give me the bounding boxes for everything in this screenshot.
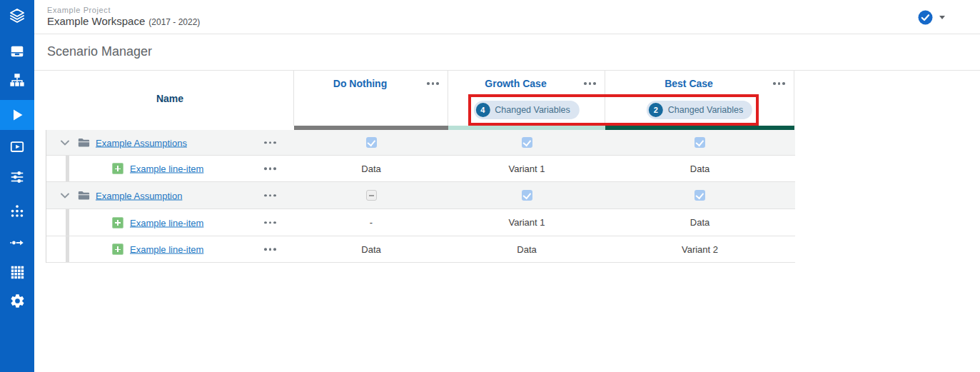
row-menu-button[interactable] [264, 221, 276, 224]
workspace-title: Example Workspace [47, 15, 145, 27]
table-row: Example line-item Data Data Variant 2 [46, 236, 795, 263]
table-row: Example line-item Data Variant 1 Data [46, 156, 795, 182]
table-row: Example Assumption [46, 182, 795, 209]
cell-value: Variant 1 [448, 156, 605, 181]
sidebar-item-transition[interactable] [0, 228, 34, 257]
node-tree-icon [9, 203, 25, 219]
grid-icon [10, 265, 25, 280]
page-title: Scenario Manager [47, 44, 152, 59]
row-label-link[interactable]: Example line-item [130, 164, 203, 174]
scenario-checkbox[interactable] [522, 137, 532, 148]
changed-variables-badge[interactable]: 2 Changed Variables [647, 101, 752, 119]
sidebar-item-sitemap[interactable] [0, 66, 34, 94]
scenario-menu-button[interactable] [427, 82, 439, 85]
scenario-column-do-nothing: Do Nothing [294, 71, 448, 126]
row-label-link[interactable]: Example Assumptions [96, 137, 187, 148]
archive-icon [9, 44, 25, 59]
top-header: Example Project Example Workspace(2017 -… [34, 0, 980, 34]
changed-variables-badge[interactable]: 4 Changed Variables [473, 101, 579, 119]
table-row: Example line-item - Variant 1 Data [46, 209, 795, 236]
sidebar-item-grid[interactable] [0, 258, 34, 286]
sidebar-item-media-player[interactable] [0, 133, 34, 161]
scenario-column-best-case: Best Case 2 Changed Variables [605, 71, 794, 126]
transition-arrow-icon [9, 235, 25, 251]
line-item-icon [112, 243, 123, 255]
row-label-link[interactable]: Example line-item [130, 244, 203, 255]
settings-gear-icon [9, 293, 26, 309]
row-menu-button[interactable] [264, 248, 276, 251]
row-label-link[interactable]: Example line-item [130, 217, 203, 228]
folder-icon [78, 138, 90, 148]
project-label: Example Project [47, 6, 111, 14]
cell-value: Data [605, 209, 794, 236]
cell-value: Data [448, 236, 605, 262]
cell-value: - [294, 209, 448, 236]
media-player-icon [9, 139, 25, 155]
badge-count: 4 [475, 103, 490, 117]
section-header: Scenario Manager [34, 34, 980, 71]
scenario-checkbox[interactable] [522, 190, 532, 201]
sidebar-item-node-tree[interactable] [0, 197, 34, 226]
scenario-title[interactable]: Do Nothing [294, 78, 426, 89]
scenario-checkbox[interactable] [694, 137, 705, 148]
row-label-link[interactable]: Example Assumption [96, 190, 182, 201]
cell-value: Data [294, 236, 448, 262]
name-column-header: Name [46, 71, 294, 126]
workspace-period: (2017 - 2022) [148, 17, 200, 27]
sidebar-item-scenarios[interactable] [0, 100, 34, 130]
scenario-manager-page: Example Project Example Workspace(2017 -… [0, 0, 980, 372]
indent-guide [66, 236, 69, 262]
sidebar-item-archive[interactable] [0, 37, 34, 66]
chevron-down-icon[interactable] [61, 193, 69, 198]
folder-icon [78, 191, 90, 201]
cell-value: Variant 1 [448, 209, 605, 236]
badge-label: Changed Variables [495, 105, 570, 115]
badge-label: Changed Variables [668, 105, 743, 115]
scenario-checkbox[interactable] [694, 190, 705, 201]
cell-value: Data [294, 156, 448, 181]
scenario-title[interactable]: Growth Case [448, 78, 583, 89]
sidebar-item-layers[interactable] [0, 1, 34, 30]
cell-value: Data [605, 156, 794, 181]
scenario-checkbox[interactable] [366, 137, 377, 148]
scenario-column-growth-case: Growth Case 4 Changed Variables [448, 71, 605, 126]
scenario-menu-button[interactable] [773, 82, 785, 85]
sidebar-item-settings[interactable] [0, 286, 34, 315]
table-row: Example Assumptions [46, 130, 795, 156]
scenario-checkbox[interactable] [366, 190, 377, 201]
status-menu[interactable] [918, 10, 945, 25]
row-menu-button[interactable] [264, 167, 276, 170]
indent-guide [66, 209, 69, 236]
name-header-label: Name [156, 93, 183, 104]
chevron-down-icon[interactable] [939, 16, 945, 19]
chevron-down-icon[interactable] [61, 140, 69, 146]
cell-value: Variant 2 [605, 236, 794, 262]
line-item-icon [112, 217, 123, 228]
sitemap-icon [9, 72, 25, 88]
badge-count: 2 [649, 103, 663, 117]
row-menu-button[interactable] [264, 141, 276, 144]
indent-guide [66, 156, 69, 181]
scenario-title[interactable]: Best Case [605, 78, 772, 89]
play-icon [9, 106, 26, 124]
sidebar-item-sliders[interactable] [0, 163, 34, 191]
sliders-icon [9, 169, 25, 185]
row-menu-button[interactable] [264, 194, 276, 197]
sidebar [0, 0, 34, 372]
check-circle-icon[interactable] [918, 10, 933, 25]
layers-icon [9, 7, 26, 24]
scenario-menu-button[interactable] [584, 82, 596, 85]
line-item-icon [112, 163, 123, 174]
